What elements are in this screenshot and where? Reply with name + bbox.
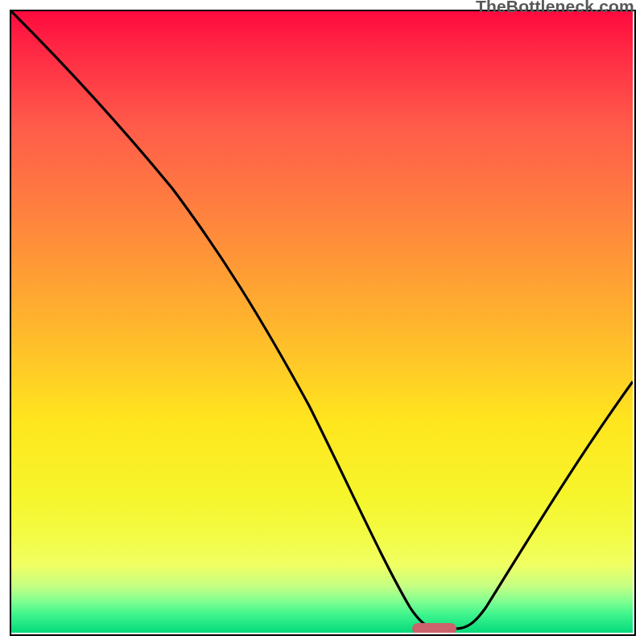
chart-axes-frame xyxy=(10,10,636,636)
watermark-text: TheBottleneck.com xyxy=(476,0,634,16)
bottleneck-chart: TheBottleneck.com xyxy=(0,0,644,644)
